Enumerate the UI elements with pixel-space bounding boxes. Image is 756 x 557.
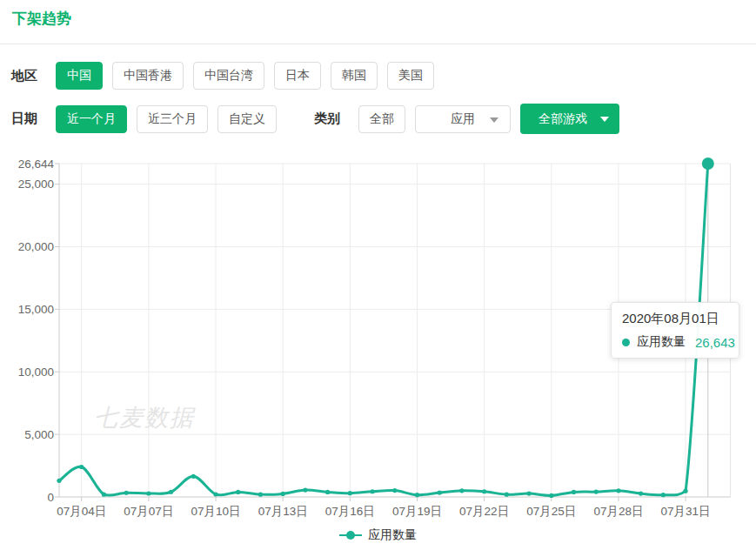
region-button-5[interactable]: 美国 xyxy=(387,62,434,90)
svg-text:15,000: 15,000 xyxy=(18,303,54,316)
date-range-button-2[interactable]: 自定义 xyxy=(217,105,277,133)
date-range-button-1[interactable]: 近三个月 xyxy=(137,105,208,133)
svg-text:0: 0 xyxy=(47,491,54,504)
svg-text:10,000: 10,000 xyxy=(18,366,54,379)
game-category-dropdown[interactable]: 全部游戏 xyxy=(520,104,619,134)
tooltip-date: 2020年08月01日 xyxy=(622,311,728,327)
region-filter-row: 地区 中国中国香港中国台湾日本韩国美国 xyxy=(11,62,444,90)
chevron-down-icon xyxy=(600,117,609,122)
series-marker-dot xyxy=(622,339,630,346)
region-button-group: 中国中国香港中国台湾日本韩国美国 xyxy=(56,62,444,90)
svg-text:07月22日: 07月22日 xyxy=(459,505,509,518)
date-filter-label: 日期 xyxy=(11,111,37,127)
region-button-1[interactable]: 中国香港 xyxy=(112,62,184,90)
chevron-down-icon xyxy=(490,117,498,123)
svg-text:07月10日: 07月10日 xyxy=(191,505,240,518)
tooltip-series-row: 应用数量 26,643 xyxy=(622,334,728,350)
region-button-0[interactable]: 中国 xyxy=(56,62,103,90)
legend-app-count[interactable]: 应用数量 xyxy=(0,527,756,543)
svg-text:07月19日: 07月19日 xyxy=(392,505,442,518)
app-category-dropdown-value: 应用 xyxy=(451,111,475,127)
date-button-group: 近一个月近三个月自定义 xyxy=(56,105,286,133)
watermark: 七麦数据 xyxy=(94,405,196,431)
highlighted-data-point[interactable] xyxy=(702,158,714,170)
tooltip-value: 26,643 xyxy=(695,335,735,350)
line-series-legend-icon xyxy=(339,534,362,536)
svg-text:07月16日: 07月16日 xyxy=(325,505,375,518)
svg-text:07月25日: 07月25日 xyxy=(526,505,576,518)
page-title: 下架趋势 xyxy=(12,9,71,29)
svg-text:07月13日: 07月13日 xyxy=(258,505,308,518)
tooltip-series-label: 应用数量 xyxy=(637,334,686,350)
svg-text:26,644: 26,644 xyxy=(18,158,55,171)
date-filter-row: 日期 近一个月近三个月自定义 类别 全部 应用 全部游戏 xyxy=(11,104,619,134)
svg-text:07月28日: 07月28日 xyxy=(593,505,643,518)
region-filter-label: 地区 xyxy=(11,68,37,84)
svg-text:07月31日: 07月31日 xyxy=(661,505,711,518)
game-category-dropdown-value: 全部游戏 xyxy=(539,111,587,127)
region-button-2[interactable]: 中国台湾 xyxy=(193,62,264,90)
svg-text:25,000: 25,000 xyxy=(18,178,54,191)
svg-text:07月07日: 07月07日 xyxy=(124,505,173,518)
category-filter-label: 类别 xyxy=(314,111,340,127)
legend-label: 应用数量 xyxy=(368,527,417,543)
x-axis-labels: 07月04日07月07日07月10日07月13日07月16日07月19日07月2… xyxy=(57,505,710,518)
svg-text:07月04日: 07月04日 xyxy=(57,505,106,518)
svg-text:20,000: 20,000 xyxy=(18,240,54,253)
region-button-3[interactable]: 日本 xyxy=(274,62,321,90)
date-range-button-0[interactable]: 近一个月 xyxy=(56,105,127,133)
y-axis-labels: 05,00010,00015,00020,00025,00026,644 xyxy=(18,158,55,504)
app-category-dropdown[interactable]: 应用 xyxy=(415,105,511,133)
region-button-4[interactable]: 韩国 xyxy=(331,62,378,90)
chart-tooltip: 2020年08月01日 应用数量 26,643 xyxy=(611,302,739,359)
svg-text:5,000: 5,000 xyxy=(24,428,54,441)
header-divider xyxy=(0,44,756,44)
category-all-button[interactable]: 全部 xyxy=(358,105,405,133)
